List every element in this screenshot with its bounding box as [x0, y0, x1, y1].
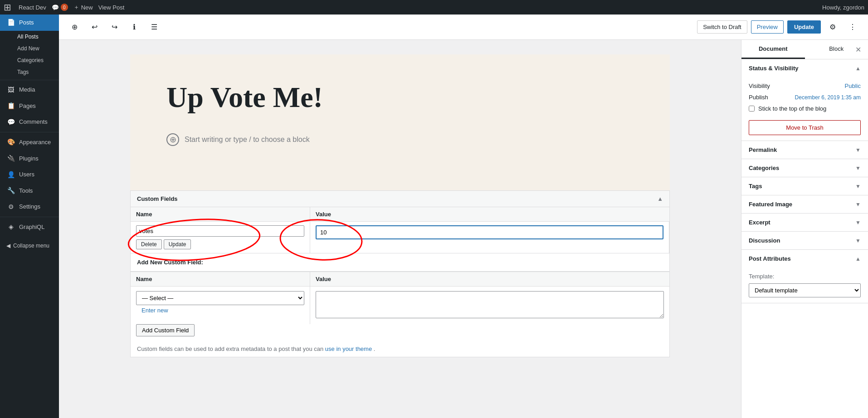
add-new-cf-inputs: — Select — Enter new [131, 286, 669, 324]
tools-button[interactable]: ☰ [146, 19, 162, 35]
new-post-link[interactable]: ＋ New [73, 3, 93, 11]
menu-item-pages[interactable]: 📋 Pages [0, 98, 59, 114]
admin-bar: ⊞ React Dev 💬 0 ＋ New View Post Howdy, z… [0, 0, 868, 15]
move-to-trash-button[interactable]: Move to Trash [749, 120, 861, 135]
status-visibility-header[interactable]: Status & Visibility ▲ [741, 59, 868, 77]
permalink-section: Permalink ▼ [741, 141, 868, 159]
info-button[interactable]: ℹ [126, 19, 142, 35]
permalink-header[interactable]: Permalink ▼ [741, 141, 868, 159]
menu-item-appearance[interactable]: 🎨 Appearance [0, 134, 59, 151]
add-cf-name-header: Name [131, 272, 310, 286]
featured-image-header[interactable]: Featured Image ▼ [741, 195, 868, 213]
appearance-icon: 🎨 [6, 138, 15, 147]
categories-header[interactable]: Categories ▼ [741, 159, 868, 177]
undo-button[interactable]: ↩ [86, 19, 102, 35]
status-visibility-section: Status & Visibility ▲ Visibility Public … [741, 59, 868, 141]
redo-button[interactable]: ↪ [106, 19, 122, 35]
wp-logo-icon[interactable]: ⊞ [4, 2, 11, 13]
template-label: Template: [749, 273, 861, 280]
collapse-icon: ◀ [6, 243, 10, 249]
custom-fields-header[interactable]: Custom Fields ▲ [131, 191, 669, 207]
main-content: ⊕ ↩ ↪ ℹ ☰ Switch to Draft Preview Update… [59, 15, 868, 418]
sidebar-tabs: Document Block ✕ [741, 40, 868, 59]
post-attributes-header[interactable]: Post Attributes ▲ [741, 250, 868, 267]
sidebar-close-button[interactable]: ✕ [852, 43, 864, 56]
add-new-cf-grid: Name Value [131, 272, 669, 286]
collapse-menu-button[interactable]: ◀ Collapse menu [0, 239, 59, 253]
sidebar-item-tags[interactable]: Tags [0, 66, 59, 78]
cf-new-value-textarea[interactable] [316, 291, 664, 318]
graphiql-icon: ◈ [6, 223, 15, 232]
menu-item-media[interactable]: 🖼 Media [0, 82, 59, 98]
update-button[interactable]: Update [787, 20, 821, 34]
tools-icon: 🔧 [6, 186, 15, 195]
post-attributes-content: Template: Default template [741, 267, 868, 303]
toolbar-right: Switch to Draft Preview Update ⚙ ⋮ [697, 19, 861, 35]
menu-item-graphiql[interactable]: ◈ GraphiQL [0, 219, 59, 235]
comments-count[interactable]: 💬 0 [52, 4, 68, 11]
editor-toolbar: ⊕ ↩ ↪ ℹ ☰ Switch to Draft Preview Update… [59, 15, 868, 40]
sidebar-item-all-posts[interactable]: All Posts [0, 31, 59, 43]
visibility-value[interactable]: Public [845, 83, 861, 89]
post-title[interactable]: Up Vote Me! [166, 82, 634, 113]
sidebar-item-add-new[interactable]: Add New [0, 43, 59, 54]
settings-icon: ⚙ [6, 203, 15, 212]
site-name[interactable]: React Dev [19, 4, 46, 11]
stick-to-top-checkbox[interactable] [749, 106, 755, 112]
publish-value[interactable]: December 6, 2019 1:35 am [795, 94, 861, 101]
media-icon: 🖼 [6, 86, 15, 95]
add-cf-value-cell [310, 287, 669, 324]
add-cf-name-cell: — Select — Enter new [131, 287, 310, 324]
tags-header[interactable]: Tags ▼ [741, 177, 868, 195]
view-post-link[interactable]: View Post [98, 4, 125, 11]
users-icon: 👤 [6, 170, 15, 180]
excerpt-header[interactable]: Excerpt ▼ [741, 214, 868, 231]
menu-item-comments[interactable]: 💬 Comments [0, 114, 59, 131]
cf-delete-button[interactable]: Delete [136, 239, 162, 249]
menu-item-posts[interactable]: 📄 Posts [0, 15, 59, 31]
tags-section: Tags ▼ [741, 177, 868, 195]
menu-item-plugins[interactable]: 🔌 Plugins [0, 151, 59, 167]
comments-icon: 💬 [6, 118, 15, 127]
template-select[interactable]: Default template [749, 283, 861, 297]
categories-chevron-icon: ▼ [855, 165, 861, 171]
block-placeholder[interactable]: ⊕ Start writing or type / to choose a bl… [166, 131, 634, 148]
cf-update-button[interactable]: Update [164, 239, 191, 249]
add-custom-field-button[interactable]: Add Custom Field [136, 324, 195, 336]
use-in-theme-link[interactable]: use in your theme [325, 345, 372, 352]
add-new-cf-label: Add New Custom Field: [131, 253, 669, 272]
enter-new-link[interactable]: Enter new [136, 305, 174, 316]
cf-name-input[interactable] [136, 225, 304, 237]
menu-item-settings[interactable]: ⚙ Settings [0, 199, 59, 215]
featured-image-chevron-icon: ▼ [855, 201, 861, 208]
sidebar-item-categories[interactable]: Categories [0, 54, 59, 66]
preview-button[interactable]: Preview [751, 20, 784, 34]
cf-name-select[interactable]: — Select — [136, 291, 304, 305]
discussion-header[interactable]: Discussion ▼ [741, 232, 868, 249]
custom-fields-section: Custom Fields ▲ Name Value Delete [130, 190, 670, 357]
cf-value-input[interactable] [316, 225, 663, 239]
tags-chevron-icon: ▼ [855, 183, 861, 190]
add-block-inline-button[interactable]: ⊕ [166, 133, 179, 146]
excerpt-chevron-icon: ▼ [855, 219, 861, 226]
settings-panel-button[interactable]: ⚙ [824, 19, 841, 35]
publish-row: Publish December 6, 2019 1:35 am [749, 94, 861, 101]
tab-document[interactable]: Document [741, 40, 805, 59]
plugins-icon: 🔌 [6, 154, 15, 163]
user-greeting[interactable]: Howdy, zgordon [822, 4, 864, 11]
status-visibility-content: Visibility Public Publish December 6, 20… [741, 77, 868, 141]
permalink-chevron-icon: ▼ [855, 147, 861, 153]
editor-main: Up Vote Me! ⊕ Start writing or type / to… [59, 40, 868, 418]
post-content-area[interactable]: Up Vote Me! ⊕ Start writing or type / to… [130, 54, 670, 190]
add-block-button[interactable]: ⊕ [66, 19, 83, 35]
cf-name-cell: Delete Update [131, 222, 310, 253]
menu-item-tools[interactable]: 🔧 Tools [0, 183, 59, 199]
visibility-label: Visibility [749, 83, 770, 89]
editor-canvas: Up Vote Me! ⊕ Start writing or type / to… [59, 40, 741, 418]
post-attributes-chevron-icon: ▲ [855, 256, 861, 262]
switch-to-draft-button[interactable]: Switch to Draft [697, 20, 747, 34]
custom-fields-table-header: Name Value [131, 207, 669, 222]
custom-fields-collapse-icon: ▲ [657, 195, 663, 202]
more-options-button[interactable]: ⋮ [844, 19, 861, 35]
menu-item-users[interactable]: 👤 Users [0, 167, 59, 183]
